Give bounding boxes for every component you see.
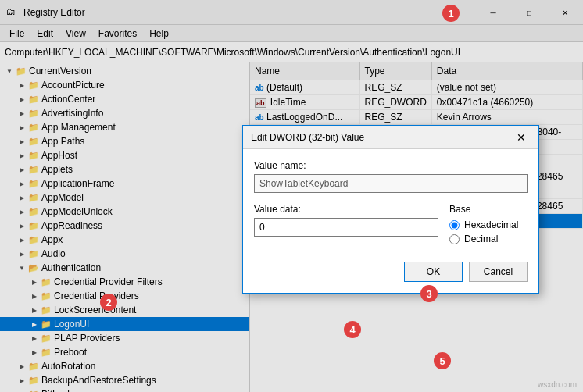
dialog-title-bar: Edit DWORD (32-bit) Value ✕ [243,126,538,149]
dialog-buttons: OK Cancel [254,258,528,282]
hex-radio-row[interactable]: Hexadecimal [449,219,528,230]
hex-radio[interactable] [449,220,460,230]
value-data-label: Value data: [254,204,438,215]
dec-radio[interactable] [449,234,460,244]
cancel-button[interactable]: Cancel [469,262,528,282]
dec-radio-row[interactable]: Decimal [449,233,528,244]
value-data-input[interactable] [254,218,438,237]
dialog-value-row: Value data: Base Hexadecimal Decimal [254,204,528,248]
value-data-section: Value data: [254,204,438,248]
base-label: Base [449,204,528,215]
base-section: Base Hexadecimal Decimal [449,204,528,248]
watermark: wsxdn.com [538,380,577,389]
dialog-body: Value name: Value data: Base Hexadecimal… [243,149,538,293]
value-name-input[interactable] [254,174,528,193]
ok-button[interactable]: OK [404,262,463,282]
dialog-title: Edit DWORD (32-bit) Value [251,132,512,143]
hex-label: Hexadecimal [464,219,518,230]
value-name-label: Value name: [254,160,528,171]
dialog-close-button[interactable]: ✕ [512,128,531,147]
edit-dword-dialog: Edit DWORD (32-bit) Value ✕ Value name: … [242,125,539,294]
dec-label: Decimal [464,233,498,244]
